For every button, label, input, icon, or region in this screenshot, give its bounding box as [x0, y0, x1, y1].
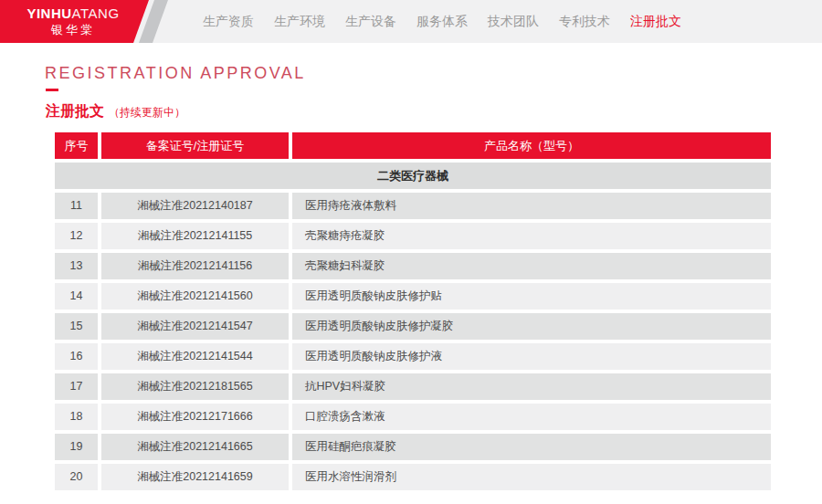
- row-product-name-cell: 医用透明质酸钠皮肤修护凝胶: [292, 313, 771, 340]
- nav-item-link[interactable]: 生产环境: [274, 14, 325, 30]
- row-cert-number-cell: 湘械注准20212181565: [101, 373, 289, 400]
- row-index-cell: 16: [55, 343, 98, 370]
- row-cert-number-cell: 湘械注准20212141659: [101, 464, 289, 490]
- row-index-cell: 11: [55, 193, 98, 219]
- title-underline-dash: [46, 89, 58, 91]
- registration-table: 序号 备案证号/注册证号 产品名称（型号） 二类医疗器械 11 湘械注准2021…: [55, 132, 771, 490]
- row-product-name-cell: 医用硅酮疤痕凝胶: [292, 434, 771, 460]
- page-title: REGISTRATION APPROVAL: [45, 64, 306, 83]
- row-product-name-cell: 抗HPV妇科凝胶: [292, 373, 771, 400]
- row-index-cell: 12: [55, 223, 98, 249]
- section-subtitle-cn: 注册批文: [46, 102, 104, 121]
- row-product-name-cell: 医用透明质酸钠皮肤修护液: [292, 343, 771, 370]
- row-index-cell: 20: [55, 464, 98, 490]
- row-cert-number-cell: 湘械注准20212141665: [101, 434, 289, 460]
- company-logo[interactable]: YINHUATANG 银华棠: [22, 5, 124, 37]
- row-index-cell: 13: [55, 253, 98, 279]
- section-subtitle-note: （持续更新中）: [109, 105, 185, 121]
- row-index-cell: 15: [55, 313, 98, 340]
- nav-item-link[interactable]: 生产设备: [345, 14, 396, 30]
- logo-brand-cn: 银华棠: [22, 23, 124, 37]
- logo-brand-en-bold: YINHU: [26, 5, 71, 21]
- row-index-cell: 19: [55, 434, 98, 460]
- row-index-cell: 17: [55, 373, 98, 400]
- row-cert-number-cell: 湘械注准20212141560: [101, 283, 289, 310]
- nav-item-link[interactable]: 专利技术: [559, 14, 610, 30]
- row-cert-number-cell: 湘械注准20212141155: [101, 223, 289, 249]
- category-row-class2-devices: 二类医疗器械: [55, 163, 771, 189]
- row-index-cell: 18: [55, 404, 98, 430]
- row-cert-number-cell: 湘械注准20212141156: [101, 253, 289, 279]
- nav-item-link[interactable]: 技术团队: [488, 14, 539, 30]
- row-index-cell: 14: [55, 283, 98, 310]
- nav-item-link[interactable]: 服务体系: [416, 14, 468, 30]
- row-product-name-cell: 医用水溶性润滑剂: [292, 464, 771, 490]
- column-header-cert-number: 备案证号/注册证号: [101, 132, 289, 159]
- column-header-index: 序号: [55, 132, 98, 159]
- row-cert-number-cell: 湘械注准20212141544: [101, 343, 289, 370]
- row-product-name-cell: 壳聚糖痔疮凝胶: [292, 223, 771, 249]
- row-product-name-cell: 医用痔疮液体敷料: [292, 193, 771, 219]
- top-header: YINHUATANG 银华棠 生产资质生产环境生产设备服务体系技术团队专利技术注…: [0, 0, 822, 43]
- row-product-name-cell: 口腔溃疡含漱液: [292, 404, 771, 430]
- row-product-name-cell: 壳聚糖妇科凝胶: [292, 253, 771, 279]
- row-cert-number-cell: 湘械注准20212141547: [101, 313, 289, 340]
- row-cert-number-cell: 湘械注准20212171666: [101, 404, 289, 430]
- nav-item-link[interactable]: 生产资质: [203, 14, 254, 30]
- logo-brand-en-light: ATANG: [72, 5, 120, 21]
- row-product-name-cell: 医用透明质酸钠皮肤修护贴: [292, 283, 771, 310]
- section-subtitle: 注册批文 （持续更新中）: [46, 102, 185, 121]
- nav-item-active[interactable]: 注册批文: [630, 14, 681, 30]
- main-navigation: 生产资质生产环境生产设备服务体系技术团队专利技术注册批文: [203, 0, 681, 43]
- column-header-product-name: 产品名称（型号）: [292, 132, 771, 159]
- row-cert-number-cell: 湘械注准20212140187: [101, 193, 289, 219]
- logo-brand-en: YINHUATANG: [22, 5, 124, 23]
